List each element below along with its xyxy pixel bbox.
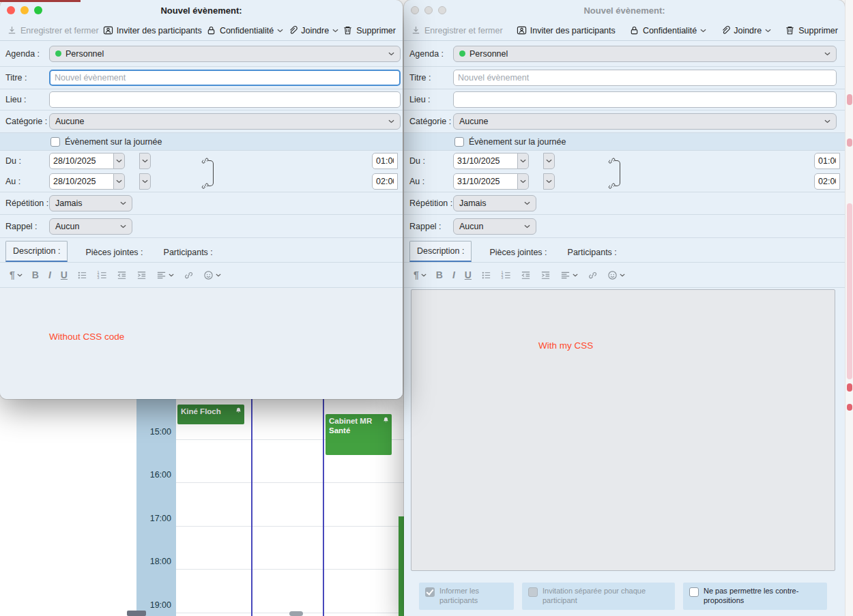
indent-button[interactable] (540, 270, 551, 280)
category-select[interactable]: Aucune (49, 113, 401, 130)
inform-participants-option[interactable]: Informer les participants (419, 583, 514, 610)
editor-note-text: Without CSS code (49, 332, 124, 342)
description-editor[interactable]: With my CSS (411, 289, 835, 571)
start-date-input[interactable] (49, 153, 114, 169)
end-date-input[interactable] (453, 173, 518, 190)
category-select[interactable]: Aucune (453, 113, 837, 130)
minimize-button[interactable] (424, 6, 433, 14)
tab-participants[interactable]: Participants : (565, 243, 620, 262)
confidentiality-button[interactable]: Confidentialité (629, 25, 706, 35)
paragraph-style-button[interactable]: ¶ (10, 269, 23, 280)
location-input[interactable] (49, 91, 401, 108)
insert-link-button[interactable] (588, 270, 598, 280)
start-time-input[interactable] (814, 153, 840, 169)
underline-button[interactable]: U (61, 269, 68, 280)
end-date-input[interactable] (49, 173, 114, 190)
outdent-button[interactable] (521, 270, 531, 280)
calendar-event[interactable]: Kiné Floch (177, 405, 244, 424)
delete-button[interactable]: Supprimer (343, 25, 396, 35)
save-close-button[interactable]: Enregistrer et fermer (7, 25, 99, 35)
close-button[interactable] (7, 6, 15, 14)
end-date-dropdown-button[interactable] (113, 173, 125, 190)
indent-button[interactable] (136, 270, 147, 280)
numbered-list-button[interactable] (501, 270, 511, 280)
start-date-dropdown-button[interactable] (113, 153, 125, 169)
insert-link-button[interactable] (184, 270, 194, 280)
title-input[interactable] (49, 70, 401, 86)
end-time-dropdown-button[interactable] (543, 173, 555, 190)
link-start-end-times-icon[interactable] (201, 156, 216, 190)
bullet-list-button[interactable] (77, 270, 87, 280)
separate-invitation-option[interactable]: Invitation séparée pour chaque participa… (522, 583, 675, 610)
emoji-button[interactable] (607, 270, 625, 280)
underline-button[interactable]: U (465, 269, 472, 280)
tab-participants[interactable]: Participants : (161, 243, 216, 262)
paragraph-style-button[interactable]: ¶ (414, 269, 426, 280)
background-scrollbar[interactable] (845, 0, 853, 616)
end-time-input[interactable] (814, 173, 840, 190)
attach-button[interactable]: Joindre (720, 25, 771, 35)
numbered-list-button[interactable] (97, 270, 107, 280)
reminder-select[interactable]: Aucun (453, 218, 536, 235)
start-date-dropdown-button[interactable] (517, 153, 529, 169)
calendar-grid[interactable]: Kiné Floch Cabinet MR Santé (176, 399, 404, 616)
no-counter-proposals-checkbox[interactable] (689, 587, 699, 597)
link-start-end-times-icon[interactable] (607, 156, 622, 190)
invite-participants-button[interactable]: Inviter des participants (517, 25, 616, 35)
tab-description[interactable]: Description : (409, 241, 472, 262)
italic-button[interactable]: I (452, 269, 455, 280)
confidentiality-button[interactable]: Confidentialité (206, 25, 283, 35)
tab-description[interactable]: Description : (5, 241, 68, 262)
bold-button[interactable]: B (436, 269, 443, 280)
start-time-dropdown-button[interactable] (139, 153, 151, 169)
titlebar[interactable]: Nouvel évènement: (404, 0, 845, 20)
align-button[interactable] (560, 270, 578, 280)
all-day-checkbox[interactable] (454, 137, 464, 147)
chevron-down-icon (120, 224, 126, 229)
start-date-input[interactable] (453, 153, 518, 169)
location-row: Lieu : (404, 89, 845, 111)
repeat-select[interactable]: Jamais (453, 195, 536, 211)
location-input[interactable] (453, 91, 837, 108)
title-input[interactable] (453, 70, 837, 86)
titlebar[interactable]: Nouvel évènement: (0, 0, 403, 20)
chevron-down-icon (524, 201, 530, 205)
invite-participants-button[interactable]: Inviter des participants (103, 25, 202, 35)
align-button[interactable] (156, 270, 174, 280)
repeat-select[interactable]: Jamais (49, 195, 132, 211)
outdent-button[interactable] (117, 270, 127, 280)
start-time-input[interactable] (372, 153, 398, 169)
reminder-select[interactable]: Aucun (49, 218, 132, 235)
scrollbar-mark (847, 94, 852, 105)
no-counter-proposals-option[interactable]: Ne pas permettre les contre-propositions (683, 583, 827, 610)
inform-participants-checkbox[interactable] (425, 587, 435, 597)
delete-button[interactable]: Supprimer (785, 25, 838, 35)
end-date-dropdown-button[interactable] (517, 173, 529, 190)
agenda-select[interactable]: Personnel (453, 46, 837, 62)
invitation-options: Informer les participants Invitation sép… (404, 576, 845, 616)
start-time-picker (140, 153, 151, 169)
end-time-picker (140, 173, 151, 190)
partial-event[interactable] (399, 516, 404, 616)
time-gutter: 15:00 16:00 17:00 18:00 19:00 (136, 399, 176, 616)
end-time-dropdown-button[interactable] (139, 173, 151, 190)
emoji-button[interactable] (203, 270, 221, 280)
zoom-button[interactable] (34, 6, 42, 14)
bullet-list-button[interactable] (481, 270, 491, 280)
all-day-checkbox[interactable] (50, 137, 60, 147)
bold-button[interactable]: B (32, 269, 39, 280)
italic-button[interactable]: I (48, 269, 51, 280)
description-editor[interactable]: Without CSS code (0, 288, 403, 399)
zoom-button[interactable] (438, 6, 446, 14)
save-close-button[interactable]: Enregistrer et fermer (411, 25, 503, 35)
attach-button[interactable]: Joindre (287, 25, 338, 35)
start-time-dropdown-button[interactable] (543, 153, 555, 169)
separate-invitation-checkbox[interactable] (528, 587, 538, 597)
close-button[interactable] (411, 6, 419, 14)
minimize-button[interactable] (20, 6, 29, 14)
agenda-select[interactable]: Personnel (49, 46, 401, 62)
calendar-event[interactable]: Cabinet MR Santé (326, 414, 392, 455)
tab-attachments[interactable]: Pièces jointes : (487, 243, 549, 262)
end-time-input[interactable] (372, 173, 398, 190)
tab-attachments[interactable]: Pièces jointes : (83, 243, 145, 262)
